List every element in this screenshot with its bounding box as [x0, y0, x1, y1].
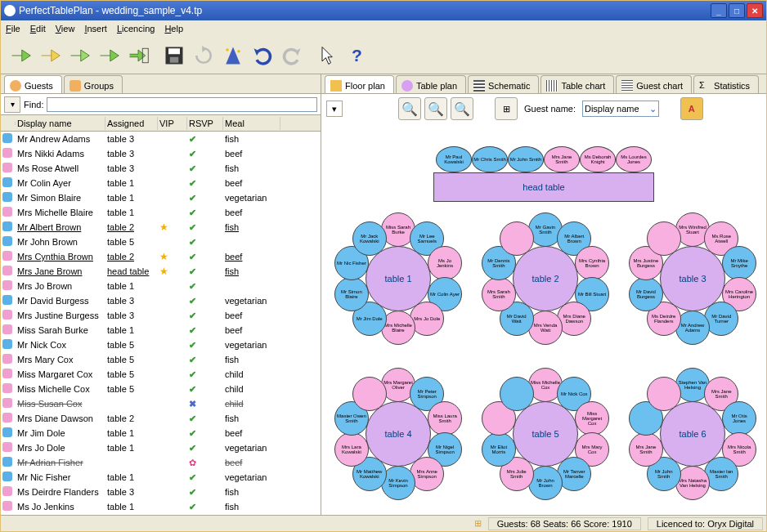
round-table[interactable]: table 4Mrs Margaret OliverMr Peter Simps…: [333, 369, 464, 499]
floorplan-canvas-container[interactable]: Mr Paul KowalskiMr Chris SmithMr John Sm…: [321, 123, 766, 515]
tab-statistics[interactable]: ΣStatistics: [693, 75, 759, 93]
seat[interactable]: Mrs Sarah Smith: [482, 277, 516, 311]
col-rsvp[interactable]: RSVP: [187, 117, 223, 130]
col-vip[interactable]: VIP: [158, 117, 187, 130]
guest-row[interactable]: Mrs Justine Burgesstable 3✔beef: [1, 308, 321, 323]
guest-row[interactable]: Mrs Cynthia Browntable 2★✔beef: [1, 249, 321, 264]
seat[interactable]: [647, 221, 681, 256]
menu-view[interactable]: View: [56, 24, 75, 34]
seat[interactable]: Mrs Cynthia Brown: [575, 246, 609, 280]
menu-licencing[interactable]: Licencing: [117, 24, 155, 34]
wiz3-button[interactable]: [66, 42, 92, 69]
seat[interactable]: Ms Jo Jenkins: [428, 246, 462, 280]
guest-row[interactable]: Ms Deirdre Flanderstable 3✔fish: [1, 485, 321, 499]
seat[interactable]: Mr Mike Smythe: [722, 246, 756, 280]
guest-row[interactable]: Mrs Jane Brownhead table★✔fish: [1, 264, 321, 279]
find-dropdown-button[interactable]: ▾: [4, 96, 20, 113]
guest-row[interactable]: Mr Andrew Adamstable 3✔fish: [1, 132, 321, 146]
tab-schematic[interactable]: Schematic: [468, 75, 539, 93]
save-button[interactable]: [161, 42, 187, 69]
col-name[interactable]: Display name: [16, 117, 105, 130]
undo-button[interactable]: [249, 42, 276, 69]
guest-row[interactable]: Ms Rose Atwelltable 3✔fish: [1, 161, 321, 176]
seat[interactable]: Mr Otis Jones: [722, 401, 756, 436]
guest-row[interactable]: Mrs Mary Coxtable 5✔fish: [1, 352, 321, 367]
seat[interactable]: Mr Eliot Morris: [482, 432, 516, 467]
fp-dropdown-button[interactable]: ▾: [326, 101, 343, 117]
seat[interactable]: Mrs Lara Kowalski: [334, 432, 369, 467]
seat[interactable]: Mr John Smith: [508, 146, 544, 172]
wiz1-button[interactable]: [7, 42, 34, 69]
seat[interactable]: Miss Laura Smith: [428, 401, 462, 436]
zoom-fit-button[interactable]: 🔍: [398, 97, 421, 120]
redo-button[interactable]: [279, 42, 305, 69]
guest-row[interactable]: Mrs Nikki Adamstable 3✔beef: [1, 146, 321, 161]
auto-assign-button[interactable]: [220, 42, 246, 69]
round-table[interactable]: table 1Miss Sarah BurkeMr Lee SamuelsMs …: [333, 213, 464, 344]
tab-table-chart[interactable]: Table chart: [540, 75, 614, 93]
minimize-button[interactable]: _: [711, 3, 727, 18]
guest-row[interactable]: Mr Colin Ayertable 1✔beef: [1, 176, 321, 190]
seat[interactable]: Ms Lourdes Jones: [616, 146, 652, 172]
guest-row[interactable]: Mr Nick Coxtable 5✔vegetarian: [1, 338, 321, 352]
guest-row[interactable]: Mr Albert Browntable 2★✔fish: [1, 220, 321, 235]
seat[interactable]: Mr Chris Smith: [472, 146, 508, 172]
guest-row[interactable]: Ms Jo Jenkinstable 1✔fish: [1, 499, 321, 514]
guest-row[interactable]: Mr John Browntable 5✔: [1, 235, 321, 249]
tab-table-plan[interactable]: Table plan: [396, 75, 466, 93]
seat[interactable]: [500, 377, 534, 411]
guest-row[interactable]: Mr David Burgesstable 3✔vegetarian: [1, 293, 321, 308]
seat[interactable]: Mrs Jane Smith: [629, 432, 663, 467]
guest-row[interactable]: Mr Nic Fishertable 1✔vegetarian: [1, 470, 321, 485]
round-table[interactable]: table 2Mr Gavin SmithMr Albert BrownMrs …: [480, 213, 611, 344]
guest-row[interactable]: Miss Michelle Coxtable 5✔child: [1, 382, 321, 396]
col-assigned[interactable]: Assigned: [105, 117, 158, 130]
refresh-button[interactable]: [191, 42, 217, 69]
menu-file[interactable]: File: [6, 24, 20, 34]
guest-row[interactable]: Mrs Diane Dawsontable 2✔fish: [1, 411, 321, 426]
seat[interactable]: Miss Margaret Cox: [575, 401, 609, 436]
seat[interactable]: Mr Paul Kowalski: [436, 146, 472, 172]
wiz4-button[interactable]: [96, 42, 122, 69]
guest-row[interactable]: Mrs Jo Doletable 1✔vegetarian: [1, 440, 321, 455]
guest-row[interactable]: Mrs Jo Browntable 1✔: [1, 279, 321, 293]
col-meal[interactable]: Meal: [223, 117, 280, 130]
guest-list[interactable]: Mr Andrew Adamstable 3✔fishMrs Nikki Ada…: [1, 132, 321, 515]
tab-floor-plan[interactable]: Floor plan: [325, 75, 394, 93]
dimensions-button[interactable]: ⊞: [495, 97, 518, 120]
round-table[interactable]: table 5Miss Michelle CoxMr Nick CoxMiss …: [480, 369, 611, 499]
seat[interactable]: [500, 221, 534, 256]
round-table[interactable]: table 3Mrs Winifred StuartMs Rose Atwell…: [627, 213, 758, 344]
seat[interactable]: Mrs Jane Smith: [544, 146, 580, 172]
menu-edit[interactable]: Edit: [30, 24, 46, 34]
maximize-button[interactable]: □: [729, 3, 745, 18]
tab-guest-chart[interactable]: Guest chart: [616, 75, 692, 93]
close-button[interactable]: ✕: [747, 3, 763, 18]
round-table[interactable]: table 6Stephen Van HelsingMrs Jane Smith…: [627, 369, 758, 499]
zoom-in-button[interactable]: 🔍: [424, 97, 447, 120]
wiz5-button[interactable]: [125, 42, 151, 69]
guest-row[interactable]: Mr Jim Doletable 1✔beef: [1, 426, 321, 440]
zoom-out-button[interactable]: 🔍: [451, 97, 473, 120]
guest-name-select[interactable]: Display name⌄: [582, 101, 659, 117]
guest-row[interactable]: Mr Adrian Fisher✿beef: [1, 455, 321, 470]
seat[interactable]: Mr Jack Kowalski: [352, 221, 387, 256]
pointer-button[interactable]: [315, 42, 341, 69]
menu-insert[interactable]: Insert: [84, 24, 107, 34]
seat[interactable]: [352, 377, 387, 411]
seat[interactable]: [647, 377, 681, 411]
guest-row[interactable]: Miss Sarah Burketable 1✔beef: [1, 323, 321, 338]
seat[interactable]: Mr David Burgess: [629, 277, 663, 311]
guest-row[interactable]: Miss Margaret Coxtable 5✔child: [1, 367, 321, 382]
head-table[interactable]: Mr Paul KowalskiMr Chris SmithMr John Sm…: [421, 146, 666, 202]
seat[interactable]: Ms Deborah Knight: [580, 146, 616, 172]
wiz2-button[interactable]: [37, 42, 63, 69]
tab-groups[interactable]: Groups: [64, 75, 123, 93]
find-input[interactable]: [47, 97, 317, 112]
guest-row[interactable]: Mrs Michelle Blairetable 1✔beef: [1, 205, 321, 220]
tab-guests[interactable]: Guests: [4, 75, 62, 93]
guest-row[interactable]: Mr Simon Blairetable 1✔vegetarian: [1, 190, 321, 205]
seat[interactable]: Mr Simon Blaire: [334, 277, 369, 311]
help-button[interactable]: ?: [344, 42, 370, 69]
guest-row[interactable]: Miss Susan Cox✖child: [1, 396, 321, 411]
